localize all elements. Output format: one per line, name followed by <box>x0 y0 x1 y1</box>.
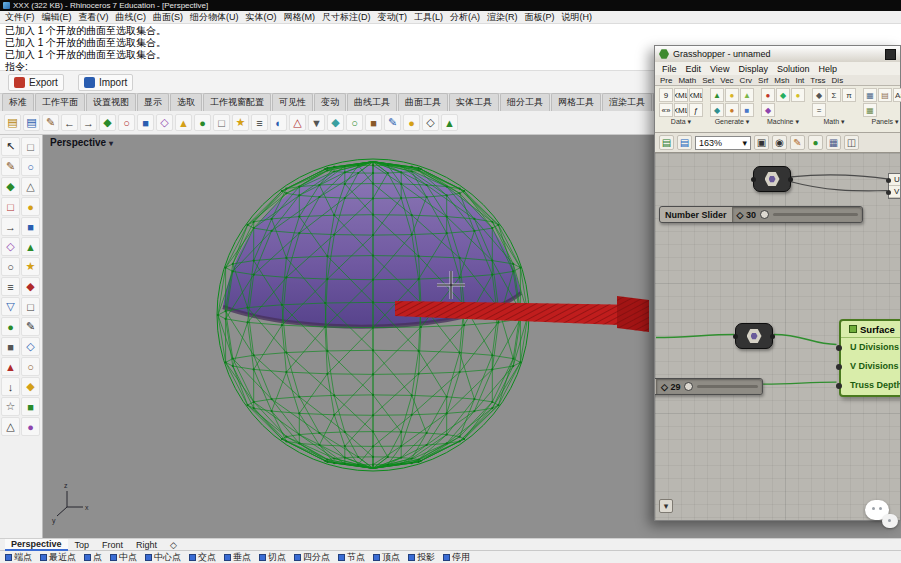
sidebar-tool-icon[interactable]: ▽ <box>1 297 20 316</box>
gh-component-icon[interactable]: ● <box>791 88 805 102</box>
gh-menu-item[interactable]: Solution <box>777 64 810 74</box>
toolbar-tab[interactable]: 选取 <box>170 93 202 111</box>
viewport-tab-right[interactable]: Right <box>130 540 163 550</box>
gh-component-icon[interactable]: ▦ <box>863 103 877 117</box>
panel-input-row[interactable]: V Divisions <box>841 357 900 376</box>
toolbar-icon[interactable]: ▼ <box>308 114 325 131</box>
paint-icon[interactable]: ✎ <box>790 135 805 150</box>
sidebar-tool-icon[interactable]: ● <box>21 197 40 216</box>
gh-component-tab[interactable]: Srf <box>758 76 768 85</box>
menu-item[interactable]: 曲面(S) <box>153 11 183 24</box>
toolbar-icon[interactable]: ◆ <box>99 114 116 131</box>
menu-item[interactable]: 面板(P) <box>525 11 555 24</box>
gh-component-icon[interactable]: «» <box>659 103 673 117</box>
menu-item[interactable]: 尺寸标注(D) <box>322 11 371 24</box>
sidebar-tool-icon[interactable]: ◇ <box>1 237 20 256</box>
gh-menu-item[interactable]: Display <box>738 64 768 74</box>
toolbar-icon[interactable]: ○ <box>346 114 363 131</box>
sidebar-tool-icon[interactable]: ■ <box>21 217 40 236</box>
output-nub[interactable] <box>770 334 775 339</box>
menu-item[interactable]: 工具(L) <box>414 11 443 24</box>
number-slider-top[interactable]: Number Slider ◇ 30 <box>659 206 863 223</box>
preview-eye-icon[interactable]: ◉ <box>772 135 787 150</box>
number-slider-bottom[interactable]: der ◇ 29 <box>655 378 763 395</box>
viewport-title[interactable]: Perspective ▾ <box>50 137 113 148</box>
gh-component-icon[interactable]: XML <box>674 103 688 117</box>
osnap-toggle[interactable]: 顶点 <box>373 551 400 563</box>
save-as-icon[interactable]: ▤ <box>677 135 692 150</box>
osnap-toggle[interactable]: 交点 <box>189 551 216 563</box>
toolbar-icon[interactable]: ■ <box>137 114 154 131</box>
gh-component-icon[interactable]: ◆ <box>761 103 775 117</box>
toolbar-tab[interactable]: 设置视图 <box>86 93 136 111</box>
menu-item[interactable]: 变动(T) <box>378 11 408 24</box>
toolbar-tab[interactable]: 网格工具 <box>551 93 601 111</box>
toolbar-icon[interactable]: ← <box>61 114 78 131</box>
slider-track[interactable]: ◇ 30 <box>733 207 862 222</box>
gh-component-icon[interactable]: ◆ <box>812 88 826 102</box>
sidebar-tool-icon[interactable]: ☆ <box>1 397 20 416</box>
gh-component-icon[interactable]: π <box>842 88 856 102</box>
toolbar-tab[interactable]: 工作视窗配置 <box>203 93 271 111</box>
checkbox-icon[interactable] <box>338 554 345 561</box>
toolbar-tab[interactable]: 实体工具 <box>449 93 499 111</box>
render-sphere-icon[interactable]: ● <box>808 135 823 150</box>
sidebar-tool-icon[interactable]: ◆ <box>1 177 20 196</box>
viewport-tab-top[interactable]: Top <box>69 540 96 550</box>
toolbar-tab[interactable]: 渲染工具 <box>602 93 652 111</box>
viewport-tab-perspective[interactable]: Perspective <box>5 539 68 551</box>
gh-group-caption[interactable]: Panels ▾ <box>872 118 899 126</box>
toolbar-tab[interactable]: 显示 <box>137 93 169 111</box>
toolbar-tab[interactable]: 工作平面 <box>35 93 85 111</box>
sidebar-tool-icon[interactable]: ✎ <box>21 317 40 336</box>
osnap-toggle[interactable]: 中点 <box>110 551 137 563</box>
sidebar-tool-icon[interactable]: ◇ <box>21 337 40 356</box>
gh-component-tab[interactable]: Pre <box>660 76 672 85</box>
sidebar-tool-icon[interactable]: □ <box>1 197 20 216</box>
clipped-panel-row[interactable]: V <box>889 186 900 198</box>
sidebar-tool-icon[interactable]: ○ <box>21 357 40 376</box>
sidebar-tool-icon[interactable]: ↓ <box>1 377 20 396</box>
split-view-icon[interactable]: ◫ <box>844 135 859 150</box>
checkbox-icon[interactable] <box>259 554 266 561</box>
output-nub[interactable] <box>788 177 793 182</box>
gh-component-tab[interactable]: Trss <box>810 76 825 85</box>
toolbar-icon[interactable]: ● <box>403 114 420 131</box>
toolbar-icon[interactable]: ≡ <box>251 114 268 131</box>
osnap-toggle[interactable]: 垂点 <box>224 551 251 563</box>
osnap-toggle[interactable]: 节点 <box>338 551 365 563</box>
toolbar-icon[interactable]: ▤ <box>23 114 40 131</box>
slider-rail[interactable] <box>773 213 858 216</box>
input-nub[interactable] <box>733 334 738 339</box>
gh-component-icon[interactable]: ▲ <box>710 88 724 102</box>
zoom-level-select[interactable]: 163% ▾ <box>695 136 751 150</box>
sidebar-tool-icon[interactable]: ★ <box>21 257 40 276</box>
osnap-toggle[interactable]: 点 <box>84 551 102 563</box>
checkbox-icon[interactable] <box>224 554 231 561</box>
menu-item[interactable]: 渲染(R) <box>487 11 518 24</box>
toolbar-icon[interactable]: ◇ <box>156 114 173 131</box>
checkbox-icon[interactable] <box>373 554 380 561</box>
sidebar-tool-icon[interactable]: △ <box>21 177 40 196</box>
osnap-toggle[interactable]: 投影 <box>408 551 435 563</box>
gh-component-tab[interactable]: Math <box>678 76 696 85</box>
gh-component-tab[interactable]: Msh <box>774 76 789 85</box>
toolbar-tab[interactable]: 曲面工具 <box>398 93 448 111</box>
toolbar-icon[interactable]: ▲ <box>441 114 458 131</box>
checkbox-icon[interactable] <box>40 554 47 561</box>
gh-group-caption[interactable]: Math ▾ <box>823 118 844 126</box>
gh-component-icon[interactable]: 9 <box>659 88 673 102</box>
gh-component-tab[interactable]: Set <box>702 76 714 85</box>
toolbar-icon[interactable]: → <box>80 114 97 131</box>
gh-component-icon[interactable]: ● <box>725 88 739 102</box>
camera-icon[interactable]: ▦ <box>826 135 841 150</box>
sidebar-tool-icon[interactable]: ▲ <box>1 357 20 376</box>
gh-component-icon[interactable]: ▦ <box>863 88 877 102</box>
panel-input-row[interactable]: Truss Depth <box>841 376 900 395</box>
slider-rail[interactable] <box>697 385 758 388</box>
gh-canvas[interactable]: Number Slider ◇ 30 der ◇ 29 <box>655 153 900 520</box>
gh-component-tab[interactable]: Crv <box>740 76 752 85</box>
sidebar-tool-icon[interactable]: ○ <box>21 157 40 176</box>
osnap-toggle[interactable]: 中心点 <box>145 551 181 563</box>
slider-track[interactable]: ◇ 29 <box>657 379 762 394</box>
